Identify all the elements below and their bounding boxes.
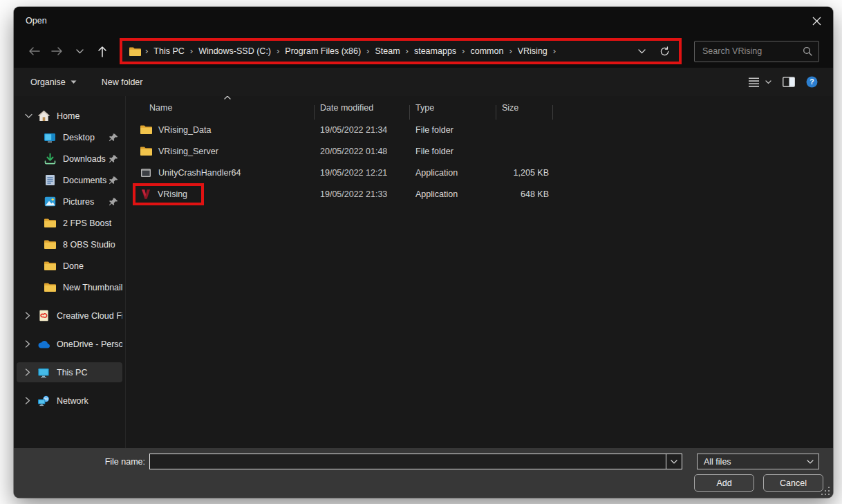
column-header-name[interactable]: Name [135, 103, 315, 116]
file-date-cell: 19/05/2022 21:34 [315, 125, 410, 135]
file-type-cell: Application [410, 168, 496, 178]
breadcrumb-item[interactable]: steamapps [413, 46, 458, 56]
address-bar-controls [638, 46, 673, 57]
command-bar: Organise New folder ? [14, 68, 833, 96]
add-button-label: Add [716, 478, 731, 488]
search-box[interactable] [694, 41, 819, 62]
file-name-cell: VRising_Data [135, 124, 315, 136]
creative-cloud-icon [37, 310, 50, 322]
file-size-cell: 648 KB [496, 189, 553, 199]
file-name-label: VRising_Data [158, 125, 211, 135]
sidebar-item-label: Home [57, 111, 122, 121]
sidebar-item-creative-cloud-files[interactable]: Creative Cloud Files [17, 306, 122, 326]
sidebar-item-label: Pictures [63, 197, 109, 207]
breadcrumb-separator: › [549, 46, 560, 56]
desktop-icon [43, 131, 57, 144]
file-name-cell: UnityCrashHandler64 [135, 167, 315, 178]
breadcrumb-separator: › [186, 46, 197, 56]
home-icon [37, 110, 50, 122]
sidebar-item-documents[interactable]: Documents [17, 170, 122, 190]
breadcrumb-separator: › [141, 46, 152, 56]
search-input[interactable] [701, 46, 803, 57]
tree-expander[interactable] [25, 113, 37, 119]
sidebar-item-home[interactable]: Home [17, 106, 122, 126]
breadcrumb-separator: › [505, 46, 516, 56]
sidebar-item-done[interactable]: Done [17, 256, 122, 276]
file-name-label: VRising [158, 189, 187, 199]
tree-expander[interactable] [25, 368, 37, 376]
command-bar-right: ? [748, 76, 818, 88]
file-row[interactable]: UnityCrashHandler6419/05/2022 12:21Appli… [135, 162, 833, 183]
cancel-button[interactable]: Cancel [763, 474, 823, 492]
chevron-down-icon [71, 80, 77, 84]
breadcrumb-item[interactable]: common [469, 46, 505, 56]
back-button[interactable] [25, 41, 43, 62]
file-name-input[interactable] [150, 454, 666, 469]
file-type-select[interactable]: All files [697, 454, 819, 469]
view-mode-button[interactable] [748, 77, 771, 87]
sidebar-item-2-fps-boost[interactable]: 2 FPS Boost [17, 213, 122, 233]
sidebar-item-onedrive-personal[interactable]: OneDrive - Personal [17, 334, 122, 354]
vrising-icon [140, 189, 152, 200]
breadcrumb-item[interactable]: Windows-SSD (C:) [197, 46, 272, 56]
refresh-button[interactable] [659, 46, 670, 57]
sidebar-item-network[interactable]: Network [17, 391, 122, 411]
breadcrumb-item[interactable]: This PC [152, 46, 185, 56]
preview-pane-button[interactable] [783, 77, 795, 87]
sidebar-item-new-thumbnails[interactable]: New Thumbnails [17, 277, 122, 297]
forward-button[interactable] [48, 41, 66, 62]
resize-grip[interactable] [821, 486, 830, 495]
address-dropdown-button[interactable] [638, 49, 646, 54]
close-button[interactable] [800, 7, 833, 35]
file-name-label: UnityCrashHandler64 [158, 168, 241, 178]
pin-icon [109, 176, 119, 185]
pin-icon [109, 154, 119, 164]
preview-pane-icon [783, 77, 795, 87]
sidebar-item-this-pc[interactable]: This PC [17, 362, 122, 382]
annotation-box: VRising [133, 183, 204, 205]
folder-icon [129, 46, 141, 57]
file-row[interactable]: VRising_Data19/05/2022 21:34File folder [135, 119, 833, 140]
help-button[interactable]: ? [806, 76, 818, 88]
file-row[interactable]: VRising19/05/2022 21:33Application648 KB [135, 183, 833, 205]
documents-icon [43, 174, 57, 187]
file-date-cell: 19/05/2022 21:33 [315, 189, 410, 199]
arrow-left-icon [28, 46, 40, 56]
svg-text:?: ? [810, 77, 814, 86]
sidebar-item-label: 8 OBS Studio [63, 240, 122, 250]
address-bar[interactable]: ›This PC›Windows-SSD (C:)›Program Files … [120, 38, 682, 64]
organise-button[interactable]: Organise [30, 77, 77, 87]
breadcrumb-item[interactable]: Steam [373, 46, 401, 56]
file-name-dropdown-button[interactable] [666, 454, 682, 469]
column-header-size[interactable]: Size [496, 103, 553, 116]
sidebar-item-label: Desktop [63, 133, 109, 142]
recent-locations-button[interactable] [71, 41, 88, 62]
add-button[interactable]: Add [694, 474, 754, 492]
breadcrumb-item[interactable]: Program Files (x86) [283, 46, 362, 56]
file-list-pane: NameDate modifiedTypeSize VRising_Data19… [126, 96, 833, 448]
new-folder-button[interactable]: New folder [102, 77, 143, 87]
breadcrumb-item[interactable]: VRising [516, 46, 549, 56]
sidebar-item-8-obs-studio[interactable]: 8 OBS Studio [17, 234, 122, 254]
file-name-label: File name: [14, 457, 145, 467]
up-button[interactable] [93, 41, 111, 62]
file-name-combobox[interactable] [149, 454, 682, 469]
column-header-type[interactable]: Type [410, 103, 496, 116]
tree-expander[interactable] [25, 340, 37, 348]
file-size-cell: 1,205 KB [496, 168, 553, 178]
folder-icon [140, 124, 152, 136]
column-header-date-modified[interactable]: Date modified [315, 103, 410, 116]
file-type-cell: File folder [410, 125, 496, 135]
file-row[interactable]: VRising_Server20/05/2022 01:48File folde… [135, 140, 833, 162]
tree-expander[interactable] [25, 397, 37, 404]
sidebar-item-desktop[interactable]: Desktop [17, 127, 122, 147]
new-folder-label: New folder [102, 77, 143, 87]
application-icon [140, 167, 152, 178]
sidebar-item-label: Downloads [63, 154, 109, 164]
tree-expander[interactable] [25, 312, 37, 319]
network-icon [37, 395, 50, 407]
sidebar-item-downloads[interactable]: Downloads [17, 149, 122, 169]
sidebar-item-pictures[interactable]: Pictures [17, 192, 122, 212]
file-type-cell: Application [410, 189, 496, 199]
breadcrumb-separator: › [272, 46, 283, 56]
